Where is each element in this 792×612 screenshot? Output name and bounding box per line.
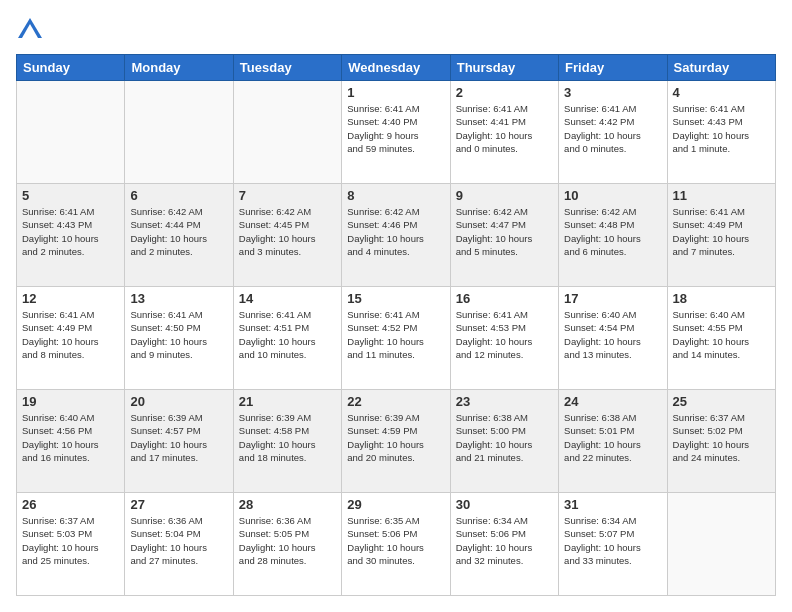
day-number: 11: [673, 188, 770, 203]
day-number: 24: [564, 394, 661, 409]
calendar-cell: 10Sunrise: 6:42 AM Sunset: 4:48 PM Dayli…: [559, 184, 667, 287]
calendar-cell: 27Sunrise: 6:36 AM Sunset: 5:04 PM Dayli…: [125, 493, 233, 596]
day-info: Sunrise: 6:42 AM Sunset: 4:47 PM Dayligh…: [456, 205, 553, 258]
day-number: 3: [564, 85, 661, 100]
weekday-header-friday: Friday: [559, 55, 667, 81]
day-info: Sunrise: 6:41 AM Sunset: 4:43 PM Dayligh…: [673, 102, 770, 155]
day-number: 9: [456, 188, 553, 203]
calendar-cell: 16Sunrise: 6:41 AM Sunset: 4:53 PM Dayli…: [450, 287, 558, 390]
day-info: Sunrise: 6:41 AM Sunset: 4:53 PM Dayligh…: [456, 308, 553, 361]
header: [16, 16, 776, 44]
weekday-header-sunday: Sunday: [17, 55, 125, 81]
calendar-row-0: 1Sunrise: 6:41 AM Sunset: 4:40 PM Daylig…: [17, 81, 776, 184]
calendar-cell: [125, 81, 233, 184]
day-info: Sunrise: 6:36 AM Sunset: 5:05 PM Dayligh…: [239, 514, 336, 567]
day-info: Sunrise: 6:41 AM Sunset: 4:43 PM Dayligh…: [22, 205, 119, 258]
calendar-cell: 21Sunrise: 6:39 AM Sunset: 4:58 PM Dayli…: [233, 390, 341, 493]
day-info: Sunrise: 6:42 AM Sunset: 4:44 PM Dayligh…: [130, 205, 227, 258]
day-number: 22: [347, 394, 444, 409]
day-number: 19: [22, 394, 119, 409]
day-info: Sunrise: 6:40 AM Sunset: 4:54 PM Dayligh…: [564, 308, 661, 361]
calendar-cell: 1Sunrise: 6:41 AM Sunset: 4:40 PM Daylig…: [342, 81, 450, 184]
calendar-cell: 30Sunrise: 6:34 AM Sunset: 5:06 PM Dayli…: [450, 493, 558, 596]
day-number: 17: [564, 291, 661, 306]
calendar-cell: 7Sunrise: 6:42 AM Sunset: 4:45 PM Daylig…: [233, 184, 341, 287]
calendar-cell: 20Sunrise: 6:39 AM Sunset: 4:57 PM Dayli…: [125, 390, 233, 493]
day-number: 4: [673, 85, 770, 100]
day-info: Sunrise: 6:40 AM Sunset: 4:56 PM Dayligh…: [22, 411, 119, 464]
day-info: Sunrise: 6:37 AM Sunset: 5:02 PM Dayligh…: [673, 411, 770, 464]
weekday-header-thursday: Thursday: [450, 55, 558, 81]
weekday-header-saturday: Saturday: [667, 55, 775, 81]
day-number: 23: [456, 394, 553, 409]
calendar-cell: [17, 81, 125, 184]
calendar-cell: 19Sunrise: 6:40 AM Sunset: 4:56 PM Dayli…: [17, 390, 125, 493]
calendar-cell: 17Sunrise: 6:40 AM Sunset: 4:54 PM Dayli…: [559, 287, 667, 390]
calendar-cell: [667, 493, 775, 596]
day-number: 28: [239, 497, 336, 512]
calendar-cell: 8Sunrise: 6:42 AM Sunset: 4:46 PM Daylig…: [342, 184, 450, 287]
calendar-cell: 23Sunrise: 6:38 AM Sunset: 5:00 PM Dayli…: [450, 390, 558, 493]
day-number: 30: [456, 497, 553, 512]
day-number: 10: [564, 188, 661, 203]
day-info: Sunrise: 6:41 AM Sunset: 4:50 PM Dayligh…: [130, 308, 227, 361]
calendar-cell: 25Sunrise: 6:37 AM Sunset: 5:02 PM Dayli…: [667, 390, 775, 493]
day-info: Sunrise: 6:39 AM Sunset: 4:59 PM Dayligh…: [347, 411, 444, 464]
calendar-cell: 18Sunrise: 6:40 AM Sunset: 4:55 PM Dayli…: [667, 287, 775, 390]
weekday-header-tuesday: Tuesday: [233, 55, 341, 81]
calendar-row-3: 19Sunrise: 6:40 AM Sunset: 4:56 PM Dayli…: [17, 390, 776, 493]
calendar-cell: 6Sunrise: 6:42 AM Sunset: 4:44 PM Daylig…: [125, 184, 233, 287]
day-info: Sunrise: 6:39 AM Sunset: 4:58 PM Dayligh…: [239, 411, 336, 464]
calendar-cell: 31Sunrise: 6:34 AM Sunset: 5:07 PM Dayli…: [559, 493, 667, 596]
page: SundayMondayTuesdayWednesdayThursdayFrid…: [0, 0, 792, 612]
weekday-header-monday: Monday: [125, 55, 233, 81]
day-info: Sunrise: 6:34 AM Sunset: 5:06 PM Dayligh…: [456, 514, 553, 567]
calendar-cell: 5Sunrise: 6:41 AM Sunset: 4:43 PM Daylig…: [17, 184, 125, 287]
day-number: 5: [22, 188, 119, 203]
day-number: 20: [130, 394, 227, 409]
day-number: 1: [347, 85, 444, 100]
day-info: Sunrise: 6:41 AM Sunset: 4:51 PM Dayligh…: [239, 308, 336, 361]
day-info: Sunrise: 6:36 AM Sunset: 5:04 PM Dayligh…: [130, 514, 227, 567]
day-info: Sunrise: 6:40 AM Sunset: 4:55 PM Dayligh…: [673, 308, 770, 361]
day-info: Sunrise: 6:39 AM Sunset: 4:57 PM Dayligh…: [130, 411, 227, 464]
day-info: Sunrise: 6:42 AM Sunset: 4:45 PM Dayligh…: [239, 205, 336, 258]
calendar-cell: 12Sunrise: 6:41 AM Sunset: 4:49 PM Dayli…: [17, 287, 125, 390]
calendar-cell: 14Sunrise: 6:41 AM Sunset: 4:51 PM Dayli…: [233, 287, 341, 390]
day-number: 25: [673, 394, 770, 409]
day-number: 31: [564, 497, 661, 512]
day-number: 27: [130, 497, 227, 512]
calendar-row-4: 26Sunrise: 6:37 AM Sunset: 5:03 PM Dayli…: [17, 493, 776, 596]
day-number: 14: [239, 291, 336, 306]
day-info: Sunrise: 6:41 AM Sunset: 4:49 PM Dayligh…: [673, 205, 770, 258]
day-number: 8: [347, 188, 444, 203]
logo: [16, 16, 48, 44]
day-number: 13: [130, 291, 227, 306]
day-number: 2: [456, 85, 553, 100]
calendar-table: SundayMondayTuesdayWednesdayThursdayFrid…: [16, 54, 776, 596]
day-number: 6: [130, 188, 227, 203]
calendar-cell: [233, 81, 341, 184]
calendar-cell: 26Sunrise: 6:37 AM Sunset: 5:03 PM Dayli…: [17, 493, 125, 596]
calendar-cell: 22Sunrise: 6:39 AM Sunset: 4:59 PM Dayli…: [342, 390, 450, 493]
day-info: Sunrise: 6:35 AM Sunset: 5:06 PM Dayligh…: [347, 514, 444, 567]
calendar-cell: 11Sunrise: 6:41 AM Sunset: 4:49 PM Dayli…: [667, 184, 775, 287]
day-number: 21: [239, 394, 336, 409]
calendar-cell: 15Sunrise: 6:41 AM Sunset: 4:52 PM Dayli…: [342, 287, 450, 390]
calendar-cell: 13Sunrise: 6:41 AM Sunset: 4:50 PM Dayli…: [125, 287, 233, 390]
calendar-cell: 2Sunrise: 6:41 AM Sunset: 4:41 PM Daylig…: [450, 81, 558, 184]
day-info: Sunrise: 6:37 AM Sunset: 5:03 PM Dayligh…: [22, 514, 119, 567]
day-number: 18: [673, 291, 770, 306]
day-number: 29: [347, 497, 444, 512]
day-info: Sunrise: 6:41 AM Sunset: 4:41 PM Dayligh…: [456, 102, 553, 155]
day-info: Sunrise: 6:41 AM Sunset: 4:49 PM Dayligh…: [22, 308, 119, 361]
calendar-cell: 3Sunrise: 6:41 AM Sunset: 4:42 PM Daylig…: [559, 81, 667, 184]
day-info: Sunrise: 6:42 AM Sunset: 4:46 PM Dayligh…: [347, 205, 444, 258]
weekday-header-wednesday: Wednesday: [342, 55, 450, 81]
day-info: Sunrise: 6:34 AM Sunset: 5:07 PM Dayligh…: [564, 514, 661, 567]
logo-icon: [16, 16, 44, 44]
day-info: Sunrise: 6:41 AM Sunset: 4:40 PM Dayligh…: [347, 102, 444, 155]
day-info: Sunrise: 6:38 AM Sunset: 5:00 PM Dayligh…: [456, 411, 553, 464]
calendar-cell: 9Sunrise: 6:42 AM Sunset: 4:47 PM Daylig…: [450, 184, 558, 287]
weekday-header-row: SundayMondayTuesdayWednesdayThursdayFrid…: [17, 55, 776, 81]
